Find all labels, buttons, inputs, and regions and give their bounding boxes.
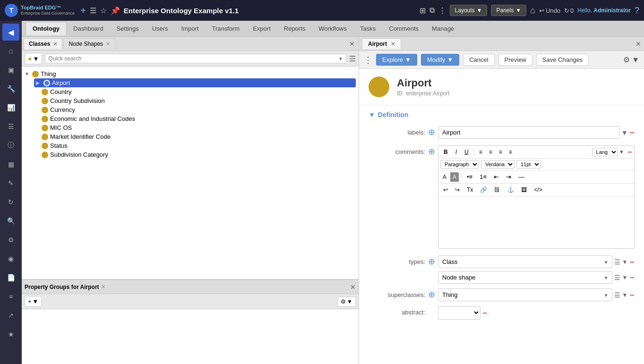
abstract-select[interactable]: true false xyxy=(438,306,481,320)
italic-button[interactable]: I xyxy=(452,147,460,157)
align-right-button[interactable]: ≡ xyxy=(496,147,505,157)
tree-node-status[interactable]: Status xyxy=(34,141,356,150)
type-nodeshape-menu-icon[interactable]: ☰ xyxy=(614,274,620,281)
bullet-list-button[interactable]: •≡ xyxy=(464,172,475,182)
labels-input[interactable] xyxy=(438,126,619,139)
sidebar-item-lightning[interactable]: ★ xyxy=(2,326,19,343)
pin-icon[interactable]: 📌 xyxy=(111,6,120,15)
sidebar-item-lines[interactable]: ≡ xyxy=(2,288,19,305)
paragraph-select[interactable]: Paragraph xyxy=(440,160,479,169)
modify-button[interactable]: Modify ▼ xyxy=(421,54,459,66)
tab-import[interactable]: Import xyxy=(175,22,206,35)
layouts-button[interactable]: Layouts▼ xyxy=(450,5,488,16)
outdent-button[interactable]: ⇤ xyxy=(491,172,502,182)
type-nodeshape-select[interactable]: Node shape xyxy=(438,271,612,284)
size-select[interactable]: 11pt xyxy=(516,160,541,169)
superclasses-select[interactable]: Thing xyxy=(438,288,612,301)
anchor-button[interactable]: ⚓ xyxy=(504,185,517,195)
code-button[interactable]: </> xyxy=(531,185,545,195)
search-input[interactable] xyxy=(48,55,336,62)
justify-button[interactable]: ≡ xyxy=(506,147,515,157)
save-changes-button[interactable]: Save Changes xyxy=(536,54,589,66)
labels-chevron-icon[interactable]: ▼ xyxy=(621,129,628,136)
sidebar-item-edit[interactable]: ✎ xyxy=(2,175,19,192)
redo-editor-button[interactable]: ↪ xyxy=(452,185,463,195)
sidebar-item-box[interactable]: ▣ xyxy=(2,61,19,78)
tab-settings[interactable]: Settings xyxy=(110,22,146,35)
help-icon[interactable]: ? xyxy=(635,6,639,16)
menu-icon[interactable]: ☰ xyxy=(90,6,96,15)
types-add-btn[interactable]: ⊕ xyxy=(428,255,435,267)
tab-comments[interactable]: Comments xyxy=(382,22,425,35)
home-icon[interactable]: ⌂ xyxy=(530,6,535,16)
tab-dashboard[interactable]: Dashboard xyxy=(67,22,110,35)
preview-button[interactable]: Preview xyxy=(498,54,532,66)
sidebar-item-list[interactable]: ☰ xyxy=(2,118,19,135)
sidebar-item-home[interactable]: ⌂ xyxy=(2,42,19,59)
right-panel-tab[interactable]: Airport ✕ xyxy=(362,38,401,49)
undo-editor-button[interactable]: ↩ xyxy=(440,185,451,195)
align-center-button[interactable]: ≡ xyxy=(486,147,495,157)
superclasses-minus-icon[interactable]: − xyxy=(629,291,635,299)
type-class-select[interactable]: Class xyxy=(438,255,612,268)
type-nodeshape-arrange-icon[interactable]: ▼ xyxy=(622,274,628,281)
cancel-button[interactable]: Cancel xyxy=(463,54,494,66)
editor-content[interactable] xyxy=(438,196,634,248)
tree-node-mic[interactable]: Market Identifier Code xyxy=(34,132,356,141)
grid-icon[interactable]: ⊞ xyxy=(420,6,426,15)
labels-minus-icon[interactable]: − xyxy=(629,128,635,137)
comments-add-btn[interactable]: ⊕ xyxy=(428,145,435,157)
tree-node-thing[interactable]: ▼ Thing xyxy=(25,69,356,78)
tree-node-micos[interactable]: MIC OS xyxy=(34,123,356,132)
more-icon[interactable]: ⋮ xyxy=(438,6,446,15)
close-prop-groups-icon[interactable]: ✕ xyxy=(101,284,105,290)
align-left-button[interactable]: ≡ xyxy=(476,147,485,157)
comments-chevron-icon[interactable]: ▼ xyxy=(619,149,625,155)
list-view-icon[interactable]: ☰ xyxy=(349,54,356,63)
tree-node-country-subdivision[interactable]: Country Subdivision xyxy=(34,96,356,105)
superclasses-arrange-icon[interactable]: ▼ xyxy=(622,292,628,298)
tab-users[interactable]: Users xyxy=(146,22,175,35)
sidebar-item-wrench[interactable]: 🔧 xyxy=(2,80,19,97)
collapse-icon[interactable]: ▼ xyxy=(25,71,30,76)
add-class-button[interactable]: ● ▼ xyxy=(25,53,42,64)
tree-node-airport[interactable]: ▶ Airport xyxy=(34,78,356,87)
sidebar-item-info[interactable]: ⓘ xyxy=(2,137,19,154)
right-panel-gear[interactable]: ⚙ ▼ xyxy=(623,55,639,64)
type-class-arrange-icon[interactable]: ▼ xyxy=(622,259,628,265)
close-node-shapes-icon[interactable]: ✕ xyxy=(106,41,110,47)
close-left-panel-icon[interactable]: ✕ xyxy=(347,40,357,48)
labels-add-btn[interactable]: ⊕ xyxy=(428,126,435,137)
undo-button[interactable]: ↩Undo xyxy=(539,7,560,14)
sidebar-item-chart[interactable]: 📊 xyxy=(2,99,19,116)
bold-button[interactable]: B xyxy=(440,147,451,157)
close-right-panel-icon[interactable]: ✕ xyxy=(635,40,641,48)
image-button[interactable]: 🖼 xyxy=(518,185,530,195)
comments-minus-icon[interactable]: − xyxy=(627,148,632,156)
type-class-minus-icon[interactable]: − xyxy=(629,258,635,266)
close-right-tab-icon[interactable]: ✕ xyxy=(391,41,395,47)
tree-node-country[interactable]: Country xyxy=(34,87,356,96)
close-classes-icon[interactable]: ✕ xyxy=(53,41,57,47)
star-icon[interactable]: ☆ xyxy=(100,6,107,15)
search-chevron-icon[interactable]: ▼ xyxy=(338,56,343,61)
tree-node-subdivision-cat[interactable]: Subdivision Category xyxy=(34,150,356,159)
tab-workflows[interactable]: Workflows xyxy=(312,22,353,35)
link-button[interactable]: 🔗 xyxy=(477,185,490,195)
sidebar-item-file[interactable]: 📄 xyxy=(2,269,19,286)
sidebar-item-arrow[interactable]: ◀ xyxy=(2,24,19,41)
layers-icon[interactable]: ⧉ xyxy=(429,6,435,15)
tab-ontology[interactable]: Ontology xyxy=(26,22,67,35)
superclasses-menu-icon[interactable]: ☰ xyxy=(614,291,620,299)
prop-group-gear-button[interactable]: ⚙ ▼ xyxy=(337,296,356,307)
add-icon[interactable]: + xyxy=(80,5,86,16)
tab-manage[interactable]: Manage xyxy=(425,22,461,35)
font-select[interactable]: Verdana xyxy=(481,160,515,169)
type-nodeshape-minus-icon[interactable]: − xyxy=(629,273,635,282)
tab-tasks[interactable]: Tasks xyxy=(353,22,382,35)
tab-node-shapes[interactable]: Node Shapes ✕ xyxy=(63,38,115,49)
section-toggle-icon[interactable]: ▼ xyxy=(369,111,375,119)
close-prop-panel-icon[interactable]: ✕ xyxy=(350,283,356,291)
lang-select[interactable]: Lang xyxy=(592,148,618,156)
sidebar-item-refresh[interactable]: ↻ xyxy=(2,194,19,211)
